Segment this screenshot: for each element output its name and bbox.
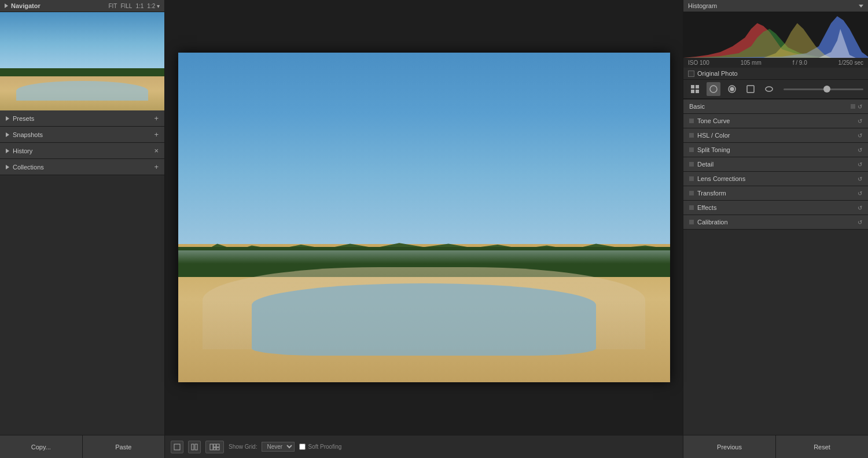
lens-corrections-left-icon	[689, 176, 694, 181]
effects-reset-icon[interactable]: ↺	[858, 205, 862, 211]
transform-section-header[interactable]: Transform ↺	[683, 186, 868, 200]
presets-section-header[interactable]: Presets +	[0, 110, 164, 127]
grid-tool-icon[interactable]	[688, 82, 702, 96]
histogram-collapse-icon[interactable]	[859, 5, 863, 8]
crop-tool-icon[interactable]	[707, 82, 720, 96]
basic-section-header[interactable]: Basic ↺	[683, 99, 868, 113]
basic-reset-icon[interactable]: ↺	[858, 104, 862, 110]
center-panel	[165, 0, 683, 435]
svg-rect-2	[696, 85, 699, 88]
right-panel-sections: Basic ↺ Tone Curve ↺	[683, 99, 868, 435]
transform-icons: ↺	[858, 190, 862, 197]
tone-curve-section-header[interactable]: Tone Curve ↺	[683, 114, 868, 128]
histogram-info: ISO 100 105 mm f / 9.0 1/250 sec	[683, 58, 868, 68]
history-clear-icon[interactable]: ×	[154, 146, 159, 155]
history-label: History	[13, 147, 32, 154]
spot-remove-tool-icon[interactable]	[725, 82, 739, 96]
histogram-aperture: f / 9.0	[793, 60, 807, 66]
zoom-fit[interactable]: FIT	[108, 3, 117, 9]
effects-section-header[interactable]: Effects ↺	[683, 201, 868, 215]
histogram-header: Histogram	[683, 0, 868, 12]
calibration-section: Calibration ↺	[683, 215, 868, 230]
view-single-btn[interactable]	[171, 441, 183, 453]
svg-point-7	[730, 87, 734, 91]
collections-collapse-icon	[6, 165, 9, 169]
presets-actions: +	[154, 114, 159, 123]
tool-slider-track[interactable]	[784, 88, 863, 90]
radial-tool-icon[interactable]	[762, 82, 776, 96]
tool-slider-thumb[interactable]	[823, 86, 830, 93]
tool-slider-container	[784, 88, 863, 90]
svg-rect-13	[210, 444, 213, 450]
transform-left-icon	[689, 191, 694, 195]
collections-section-header[interactable]: Collections +	[0, 159, 164, 175]
hsl-color-section-header[interactable]: HSL / Color ↺	[683, 128, 868, 142]
center-bottom: Show Grid: Never Soft Proofing	[165, 435, 683, 458]
calibration-reset-icon[interactable]: ↺	[858, 219, 862, 226]
navigator-collapse-icon[interactable]	[5, 3, 8, 8]
photo-area[interactable]	[165, 0, 683, 435]
hsl-reset-icon[interactable]: ↺	[858, 132, 862, 139]
navigator-header[interactable]: Navigator FIT FILL 1:1 1:2 ▾	[0, 0, 164, 12]
tone-curve-section: Tone Curve ↺	[683, 114, 868, 128]
history-section-header[interactable]: History ×	[0, 143, 164, 159]
collections-add-icon[interactable]: +	[154, 162, 159, 171]
zoom-fill[interactable]: FILL	[120, 3, 132, 9]
view-compare-btn[interactable]	[188, 441, 201, 453]
zoom-1to2[interactable]: 1:2 ▾	[147, 3, 160, 9]
snapshots-section-header[interactable]: Snapshots +	[0, 127, 164, 143]
lens-corrections-reset-icon[interactable]: ↺	[858, 176, 862, 182]
basic-section-title: Basic	[689, 103, 705, 110]
paste-button[interactable]: Paste	[83, 435, 165, 458]
histogram-section: Histogram	[683, 0, 868, 99]
lens-corrections-section-header[interactable]: Lens Corrections ↺	[683, 172, 868, 186]
grid-dropdown[interactable]: Never	[262, 442, 295, 452]
tone-curve-reset-icon[interactable]: ↺	[858, 118, 862, 124]
split-toning-icons: ↺	[858, 147, 862, 153]
split-toning-left-icon	[689, 147, 694, 152]
copy-button[interactable]: Copy...	[0, 435, 83, 458]
reset-button[interactable]: Reset	[776, 435, 868, 458]
hsl-color-section: HSL / Color ↺	[683, 128, 868, 143]
bottom-bar: Copy... Paste Show Grid: Never	[0, 435, 868, 458]
previous-button[interactable]: Previous	[683, 435, 776, 458]
svg-rect-4	[696, 90, 699, 93]
detail-section-header[interactable]: Detail ↺	[683, 157, 868, 171]
effects-left-icon	[689, 205, 694, 210]
left-bottom: Copy... Paste	[0, 435, 165, 458]
rect-tool-icon[interactable]	[744, 82, 757, 96]
show-grid-label: Show Grid:	[229, 444, 257, 450]
navigator-thumbnail	[0, 12, 164, 110]
presets-add-icon[interactable]: +	[154, 114, 159, 123]
calibration-left-icon	[689, 220, 694, 224]
basic-expand-icon[interactable]	[851, 104, 855, 109]
lens-corrections-section-title: Lens Corrections	[697, 175, 745, 182]
svg-rect-10	[174, 444, 180, 450]
original-photo-checkbox[interactable]	[688, 71, 694, 77]
lens-corrections-section: Lens Corrections ↺	[683, 172, 868, 186]
thumbnail-water	[16, 81, 148, 101]
effects-section-title: Effects	[697, 204, 716, 211]
split-toning-section-header[interactable]: Split Toning ↺	[683, 143, 868, 157]
tone-curve-section-title: Tone Curve	[697, 117, 730, 124]
svg-rect-12	[195, 444, 197, 450]
detail-reset-icon[interactable]: ↺	[858, 161, 862, 168]
transform-reset-icon[interactable]: ↺	[858, 190, 862, 197]
histogram-svg	[683, 12, 868, 58]
split-toning-reset-icon[interactable]: ↺	[858, 147, 862, 153]
zoom-1to1[interactable]: 1:1	[135, 3, 144, 9]
soft-proofing-checkbox[interactable]	[299, 444, 306, 450]
histogram-canvas	[683, 12, 868, 58]
history-collapse-icon	[6, 149, 9, 153]
svg-rect-14	[214, 444, 216, 447]
calibration-section-header[interactable]: Calibration ↺	[683, 215, 868, 229]
detail-icons: ↺	[858, 161, 862, 168]
right-bottom: Previous Reset	[683, 435, 868, 458]
navigator-title-label: Navigator	[11, 2, 41, 9]
presets-left: Presets	[6, 115, 34, 122]
soft-proofing-label: Soft Proofing	[308, 444, 341, 450]
svg-point-9	[766, 87, 773, 91]
detail-section-title: Detail	[697, 161, 713, 168]
snapshots-add-icon[interactable]: +	[154, 130, 159, 139]
view-survey-btn[interactable]	[205, 441, 224, 453]
